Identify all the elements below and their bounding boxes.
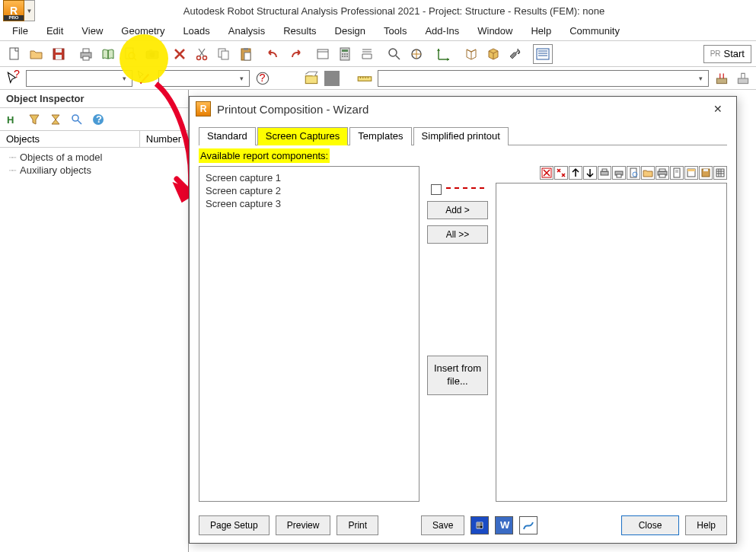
structure-icon[interactable] <box>461 44 481 64</box>
menu-view[interactable]: View <box>72 23 112 39</box>
redo-icon[interactable] <box>285 44 305 64</box>
export-word-icon[interactable]: W <box>495 516 513 534</box>
menu-window[interactable]: Window <box>468 23 522 39</box>
menu-geometry[interactable]: Geometry <box>112 23 174 39</box>
list-item[interactable]: Screen capture 3 <box>206 197 413 210</box>
menu-design[interactable]: Design <box>326 23 375 39</box>
divider-option[interactable] <box>431 184 484 195</box>
save-button[interactable]: Save <box>421 515 464 535</box>
help-button[interactable]: Help <box>685 515 727 535</box>
page-setup-button[interactable]: Page Setup <box>199 515 270 535</box>
tab-simplified[interactable]: Simplified printout <box>413 127 509 145</box>
tool-b-icon[interactable] <box>735 70 751 87</box>
svg-point-13 <box>197 56 201 59</box>
funnel-icon[interactable] <box>27 113 41 126</box>
cube-icon[interactable] <box>483 44 503 64</box>
start-button[interactable]: PRStart <box>703 45 751 63</box>
paste-icon[interactable] <box>236 44 256 64</box>
fill-icon[interactable] <box>324 71 340 86</box>
insert-from-file-button[interactable]: Insert from file... <box>427 356 488 395</box>
move-down-icon[interactable] <box>583 166 597 180</box>
tab-templates[interactable]: Templates <box>349 127 411 145</box>
col-number[interactable]: Number <box>140 131 188 147</box>
export-curve-icon[interactable] <box>519 516 537 534</box>
copy-icon[interactable] <box>214 44 234 64</box>
wrench-icon[interactable] <box>506 44 525 64</box>
tree-item[interactable]: ┈┈Auxiliary objects <box>9 164 188 177</box>
menu-results[interactable]: Results <box>274 23 325 39</box>
save-icon[interactable] <box>49 44 69 64</box>
remove-icon[interactable] <box>540 166 553 180</box>
menu-addins[interactable]: Add-Ins <box>416 23 468 39</box>
move-up-icon[interactable] <box>569 166 582 180</box>
profile-combo[interactable]: ▾ <box>378 70 709 87</box>
layers-icon[interactable] <box>357 44 377 64</box>
table-icon[interactable] <box>713 166 727 180</box>
filter-h-icon[interactable]: H <box>6 113 20 126</box>
remove-all-icon[interactable] <box>554 166 568 180</box>
undo-icon[interactable] <box>263 44 283 64</box>
grid-icon[interactable] <box>303 70 320 87</box>
tree-item[interactable]: ┈┈Objects of a model <box>9 151 188 164</box>
search-doc-icon[interactable] <box>120 44 140 64</box>
print2-icon[interactable] <box>612 166 626 180</box>
menu-edit[interactable]: Edit <box>37 23 72 39</box>
close-icon[interactable]: ✕ <box>706 100 730 118</box>
menu-tools[interactable]: Tools <box>375 23 416 39</box>
menu-loads[interactable]: Loads <box>174 23 219 39</box>
title-dropdown[interactable]: ▼ <box>24 0 35 21</box>
window-icon[interactable] <box>313 44 333 64</box>
svg-rect-0 <box>10 48 18 59</box>
print-all-icon[interactable] <box>656 166 669 180</box>
selection-combo-2[interactable]: ▾ <box>158 70 250 87</box>
all-button[interactable]: All >> <box>427 225 488 244</box>
header-icon[interactable] <box>684 166 698 180</box>
disk-icon[interactable] <box>699 166 713 180</box>
menu-help[interactable]: Help <box>522 23 560 39</box>
page-icon[interactable] <box>670 166 684 180</box>
cut-icon[interactable] <box>192 44 212 64</box>
bar-selection-icon[interactable] <box>137 70 154 87</box>
help-icon[interactable]: ? <box>91 113 105 126</box>
new-icon[interactable] <box>5 44 24 64</box>
section-icon[interactable]: ? <box>254 70 271 87</box>
zoom-icon[interactable] <box>384 44 404 64</box>
zoom-extent-icon[interactable] <box>407 44 426 64</box>
menu-file[interactable]: File <box>3 23 37 39</box>
print-icon[interactable] <box>598 166 611 180</box>
book-icon[interactable] <box>98 44 118 64</box>
list-icon[interactable] <box>533 44 553 64</box>
open-file-icon[interactable] <box>641 166 655 180</box>
camera-icon[interactable] <box>142 44 162 64</box>
selection-icon[interactable]: ? <box>5 70 21 87</box>
print-icon[interactable] <box>76 44 96 64</box>
app-icon[interactable]: R <box>3 0 24 21</box>
export-1-icon[interactable] <box>471 516 489 534</box>
tab-screen-captures[interactable]: Screen Captures <box>257 127 349 145</box>
dialog-title: Printout Composition - Wizard <box>217 103 368 116</box>
selected-components-list[interactable] <box>496 183 727 502</box>
close-button[interactable]: Close <box>621 515 680 535</box>
open-icon[interactable] <box>27 44 46 64</box>
calc-icon[interactable] <box>335 44 355 64</box>
add-button[interactable]: Add > <box>427 201 488 219</box>
measure-icon[interactable] <box>356 70 373 87</box>
tab-standard[interactable]: Standard <box>199 127 256 145</box>
window-title: Autodesk Robot Structural Analysis Profe… <box>35 5 753 17</box>
list-item[interactable]: Screen capture 2 <box>206 184 413 197</box>
menu-analysis[interactable]: Analysis <box>219 23 274 39</box>
menu-community[interactable]: Community <box>560 23 629 39</box>
components-list[interactable]: Screen capture 1 Screen capture 2 Screen… <box>199 166 419 502</box>
hourglass-icon[interactable] <box>49 113 62 126</box>
preview-button[interactable]: Preview <box>276 515 331 535</box>
tool-a-icon[interactable] <box>713 70 730 87</box>
delete-icon[interactable] <box>170 44 190 64</box>
col-objects[interactable]: Objects <box>0 131 140 147</box>
preview-page-icon[interactable] <box>627 166 640 180</box>
list-item[interactable]: Screen capture 1 <box>206 171 413 184</box>
selection-combo-1[interactable]: ▾ <box>26 70 132 87</box>
print-button[interactable]: Print <box>337 515 378 535</box>
axis-icon[interactable] <box>434 44 454 64</box>
checkbox[interactable] <box>431 184 442 195</box>
search-icon[interactable] <box>70 113 84 126</box>
